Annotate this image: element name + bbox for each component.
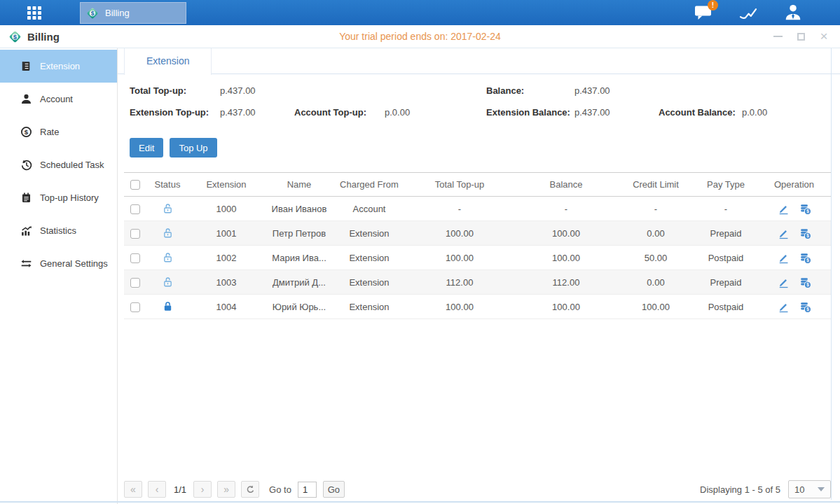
app-launcher-icon[interactable] — [24, 2, 45, 23]
last-page-button[interactable]: » — [217, 481, 235, 498]
account-topup-value: p.0.00 — [385, 107, 410, 118]
topup-row-icon[interactable]: $ — [799, 251, 811, 263]
user-account-icon[interactable] — [783, 4, 804, 22]
lock-open-icon — [163, 252, 173, 262]
sidebar-item-rate[interactable]: $ Rate — [0, 115, 117, 148]
topup-row-icon[interactable]: $ — [799, 300, 811, 312]
cell-charged-from: Extension — [334, 246, 404, 270]
messages-icon[interactable]: ! — [693, 4, 714, 22]
edit-row-icon[interactable] — [778, 227, 790, 239]
extension-balance-label: Extension Balance: — [486, 107, 570, 118]
cell-extension: 1003 — [188, 270, 264, 295]
edit-row-icon[interactable] — [778, 276, 790, 288]
account-topup-label: Account Top-up: — [294, 107, 366, 118]
window-titlebar: Your trial period ends on: 2017-02-24 $ … — [0, 25, 840, 48]
edit-row-icon[interactable] — [778, 251, 790, 263]
cell-balance: 100.00 — [515, 221, 617, 246]
chart-bars-icon — [20, 225, 32, 237]
cell-total-topup: 100.00 — [404, 246, 515, 270]
extension-table-body: 1000Иван ИвановAccount----$1001Петр Петр… — [124, 197, 831, 319]
topup-row-icon[interactable]: $ — [799, 276, 811, 288]
svg-text:$: $ — [13, 33, 17, 40]
page-indicator: 1/1 — [174, 484, 186, 495]
minimize-button[interactable] — [773, 31, 783, 41]
tab-strip: Extension — [118, 48, 840, 74]
edit-row-icon[interactable] — [778, 202, 790, 214]
extension-balance-value: p.437.00 — [574, 107, 610, 118]
column-header-name[interactable]: Name — [264, 173, 334, 197]
tab-extension[interactable]: Extension — [124, 48, 212, 75]
select-all-checkbox[interactable] — [130, 180, 140, 190]
page-size-value: 10 — [794, 484, 804, 495]
sidebar-item-label: Statistics — [40, 225, 76, 236]
sidebar-item-topup-history[interactable]: Top-up History — [0, 181, 117, 214]
cell-name: Дмитрий Д... — [264, 270, 334, 295]
edit-button[interactable]: Edit — [130, 138, 163, 158]
goto-page-input[interactable] — [298, 482, 317, 498]
main-content: Extension Total Top-up: p.437.00 Balance… — [118, 48, 840, 504]
sidebar-item-general-settings[interactable]: General Settings — [0, 247, 117, 280]
lock-closed-icon — [163, 301, 173, 312]
cell-extension: 1002 — [188, 246, 264, 270]
cell-name: Петр Петров — [264, 221, 334, 246]
sidebar-item-statistics[interactable]: Statistics — [0, 214, 117, 247]
first-page-button[interactable]: « — [124, 481, 142, 498]
sidebar-item-label: General Settings — [40, 258, 108, 269]
cell-name: Юрий Юрь... — [264, 295, 334, 319]
account-balance-label: Account Balance: — [659, 107, 736, 118]
column-header-total-top-up[interactable]: Total Top-up — [404, 173, 515, 197]
window-title: Billing — [27, 31, 60, 43]
cell-pay-type: Prepaid — [694, 221, 757, 246]
sidebar-item-label: Account — [40, 94, 73, 104]
cell-charged-from: Extension — [334, 270, 404, 295]
close-button[interactable]: × — [819, 31, 829, 41]
cell-extension: 1000 — [188, 197, 264, 221]
column-header-balance[interactable]: Balance — [515, 173, 617, 197]
table-row: 1001Петр ПетровExtension100.00100.000.00… — [124, 221, 831, 246]
prev-page-button[interactable]: ‹ — [148, 481, 166, 498]
cell-extension: 1001 — [188, 221, 264, 246]
cell-pay-type: - — [694, 197, 757, 221]
column-header-status[interactable]: Status — [146, 173, 188, 197]
column-header-extension[interactable]: Extension — [188, 173, 264, 197]
statistics-chart-icon[interactable] — [738, 4, 759, 22]
notification-badge: ! — [708, 0, 718, 10]
column-header-credit-limit[interactable]: Credit Limit — [617, 173, 694, 197]
sidebar-item-scheduled-task[interactable]: Scheduled Task — [0, 148, 117, 181]
row-checkbox[interactable] — [130, 302, 140, 312]
cell-credit-limit: 50.00 — [617, 246, 694, 270]
maximize-button[interactable] — [796, 31, 806, 41]
column-header-operation[interactable]: Operation — [757, 173, 831, 197]
cell-charged-from: Extension — [334, 221, 404, 246]
column-header-charged-from[interactable]: Charged From — [334, 173, 404, 197]
topup-row-icon[interactable]: $ — [799, 227, 811, 239]
sidebar-item-label: Top-up History — [40, 192, 99, 203]
extension-topup-label: Extension Top-up: — [130, 107, 209, 118]
row-checkbox[interactable] — [130, 204, 140, 214]
refresh-button[interactable] — [241, 481, 259, 498]
sidebar-item-account[interactable]: Account — [0, 83, 117, 115]
row-checkbox[interactable] — [130, 278, 140, 288]
billing-summary: Total Top-up: p.437.00 Balance: p.437.00… — [118, 74, 840, 129]
go-button[interactable]: Go — [323, 481, 345, 498]
page-size-select[interactable]: 10 — [788, 480, 831, 498]
next-page-button[interactable]: › — [193, 481, 212, 498]
transfer-arrows-icon — [20, 258, 32, 270]
taskbar-billing-app[interactable]: $ Billing — [80, 2, 186, 24]
cell-name: Мария Ива... — [264, 246, 334, 270]
sidebar-item-extension[interactable]: Extension — [0, 50, 117, 83]
cell-name: Иван Иванов — [264, 197, 334, 221]
cell-charged-from: Account — [334, 197, 404, 221]
topup-row-icon[interactable]: $ — [799, 202, 811, 214]
lock-open-icon — [163, 276, 173, 287]
edit-row-icon[interactable] — [778, 300, 790, 312]
svg-text:$: $ — [806, 233, 809, 239]
trial-notice: Your trial period ends on: 2017-02-24 — [0, 31, 840, 42]
topup-button[interactable]: Top Up — [170, 138, 216, 158]
cell-balance: 100.00 — [515, 246, 617, 270]
account-balance-value: p.0.00 — [742, 107, 767, 118]
column-header-pay-type[interactable]: Pay Type — [694, 173, 757, 197]
svg-text:$: $ — [806, 282, 809, 288]
row-checkbox[interactable] — [130, 253, 140, 263]
row-checkbox[interactable] — [130, 229, 140, 239]
